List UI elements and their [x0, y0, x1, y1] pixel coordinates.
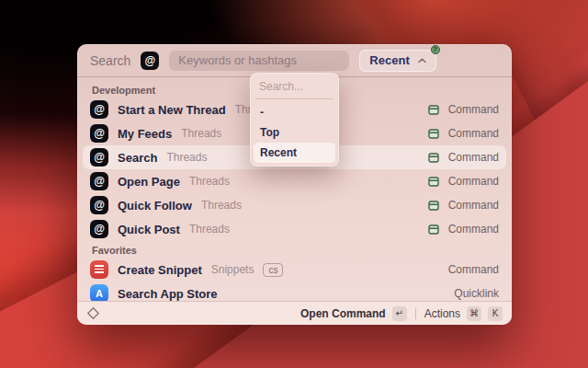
raycast-window: Search @ Recent ? Development @ Start a …: [77, 44, 512, 325]
item-title: My Feeds: [118, 127, 172, 141]
item-accessory: Command: [448, 103, 499, 116]
command-window-icon: [428, 105, 439, 115]
item-title: Search App Store: [118, 287, 218, 301]
list-section: Favorites Create Snippet Snippets cs Com…: [83, 241, 506, 301]
dropdown-badge-icon: ?: [431, 45, 440, 54]
threads-icon: @: [141, 52, 159, 70]
item-subtitle: Threads: [189, 223, 230, 236]
item-subtitle: Threads: [166, 151, 207, 164]
dropdown-item[interactable]: -: [254, 102, 335, 122]
snippet-icon: [90, 260, 108, 279]
item-subtitle: Threads: [181, 127, 221, 140]
threads-icon: @: [90, 100, 108, 119]
list-item[interactable]: A Search App Store Quicklink: [83, 282, 506, 301]
command-window-icon: [428, 177, 439, 187]
appstore-icon: A: [90, 284, 108, 301]
item-tag: cs: [263, 263, 283, 277]
raycast-logo-icon: [86, 306, 100, 320]
cmd-key: ⌘: [467, 306, 481, 321]
dropdown-items: - Top Recent: [254, 102, 335, 163]
item-title: Search: [118, 151, 157, 165]
item-accessory: Command: [448, 175, 499, 188]
list-item[interactable]: @ Open Page Threads Command: [83, 169, 506, 193]
footer-bar: Open Command ↵ Actions ⌘ K: [77, 301, 512, 325]
dropdown-search-input[interactable]: [254, 76, 335, 97]
item-subtitle: Threads: [189, 175, 230, 188]
item-accessory: Command: [448, 199, 499, 212]
footer-divider: [415, 308, 416, 319]
item-title: Create Snippet: [118, 263, 202, 277]
list-item[interactable]: Create Snippet Snippets cs Command: [83, 258, 506, 282]
item-accessory: Command: [448, 223, 499, 236]
search-context-label: Search: [90, 53, 130, 68]
threads-icon: @: [90, 124, 108, 143]
command-window-icon: [428, 201, 439, 211]
list-item[interactable]: @ Quick Post Threads Command: [83, 217, 506, 241]
threads-icon: @: [90, 220, 108, 238]
return-key: ↵: [392, 306, 407, 321]
item-title: Quick Post: [118, 223, 180, 236]
k-key: K: [488, 306, 503, 321]
dropdown-item[interactable]: Top: [254, 122, 335, 143]
threads-icon: @: [90, 148, 108, 167]
item-accessory: Quicklink: [454, 287, 499, 300]
item-title: Start a New Thread: [118, 103, 226, 117]
section-label: Favorites: [83, 241, 506, 258]
sort-dropdown-button[interactable]: Recent ?: [359, 50, 435, 72]
item-accessory: Command: [448, 127, 499, 140]
threads-icon: @: [90, 172, 108, 190]
dropdown-divider: [255, 98, 334, 99]
search-input[interactable]: [169, 51, 349, 71]
open-command-label[interactable]: Open Command: [300, 307, 386, 320]
list-item[interactable]: @ Quick Follow Threads Command: [83, 193, 506, 217]
command-window-icon: [428, 224, 439, 235]
item-subtitle: Threads: [201, 199, 242, 212]
sort-dropdown-menu: - Top Recent: [250, 73, 339, 167]
actions-label[interactable]: Actions: [424, 307, 460, 320]
item-title: Quick Follow: [118, 199, 192, 213]
item-accessory: Command: [448, 151, 499, 164]
dropdown-item[interactable]: Recent: [254, 143, 335, 163]
threads-icon: @: [90, 196, 108, 214]
section-rows: Create Snippet Snippets cs Command A Sea…: [83, 258, 506, 301]
item-subtitle: Snippets: [211, 263, 254, 276]
chevron-up-icon: [418, 58, 426, 63]
command-window-icon: [428, 129, 439, 139]
sort-dropdown-value: Recent: [369, 53, 409, 67]
command-window-icon: [428, 153, 439, 163]
item-title: Open Page: [118, 175, 180, 189]
item-accessory: Command: [448, 263, 499, 276]
